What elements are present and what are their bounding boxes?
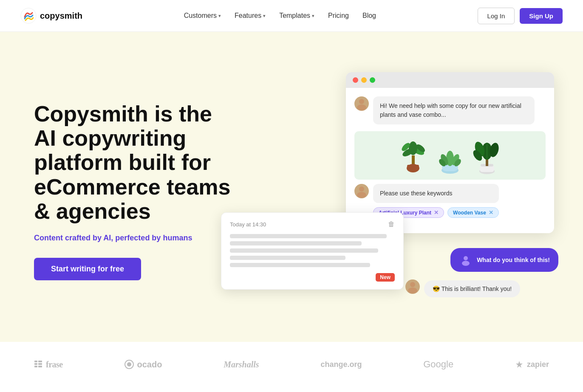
logo-link[interactable]: copysmith [20, 8, 82, 24]
avatar [354, 96, 369, 111]
avatar [354, 184, 369, 198]
window-bar [346, 72, 554, 88]
keyword-tag-2: Wooden Vase ✕ [447, 207, 499, 218]
svg-point-31 [410, 282, 415, 287]
delete-icon[interactable]: 🗑 [388, 220, 395, 228]
window-dot-red [353, 77, 358, 83]
hero-subtitle: Content crafted by AI, perfected by huma… [34, 234, 238, 243]
chat-bubble-text: Hi! We need help with some copy for our … [373, 96, 535, 124]
svg-rect-5 [407, 165, 419, 169]
text-line [230, 256, 345, 260]
zapier-icon [515, 360, 524, 369]
svg-point-27 [359, 186, 364, 192]
plant-image-1 [397, 136, 429, 175]
nav-blog[interactable]: Blog [362, 12, 376, 20]
window-dot-yellow [361, 77, 367, 83]
avatar [405, 279, 420, 294]
svg-point-29 [464, 256, 468, 260]
svg-rect-38 [38, 366, 42, 367]
window-dot-green [370, 77, 375, 83]
text-line [230, 234, 387, 238]
nav-customers[interactable]: Customers ▾ [184, 12, 221, 20]
text-line [230, 248, 378, 253]
remove-keyword-icon[interactable]: ✕ [434, 209, 439, 216]
hero-right: Hi! We need help with some copy for our … [238, 68, 563, 314]
hero-title: Copysmith is the AI copywriting platform… [34, 102, 238, 223]
logo-changeorg: change.org [320, 360, 362, 369]
svg-point-1 [359, 99, 364, 104]
svg-point-28 [357, 192, 366, 198]
ocado-icon [125, 360, 134, 369]
plant-image-3 [471, 136, 503, 175]
result-header: Today at 14:30 🗑 [230, 220, 395, 228]
nav-actions: Log In Sign Up [478, 8, 563, 24]
svg-rect-33 [34, 361, 37, 362]
frase-grid-icon [34, 360, 42, 369]
svg-rect-36 [38, 361, 42, 362]
nav-features[interactable]: Features ▾ [235, 12, 266, 20]
nav-pricing[interactable]: Pricing [328, 12, 349, 20]
gray-message-row: 😎 This is brilliant! Thank you! [405, 276, 558, 297]
svg-point-32 [408, 288, 417, 293]
logo-ocado: ocado [125, 360, 162, 369]
logos-section: frase ocado Marshalls change.org Google … [0, 342, 583, 387]
svg-rect-37 [38, 363, 42, 365]
text-line [230, 241, 362, 245]
plant-images [354, 131, 546, 180]
bottom-messages: What do you think of this! 😎 This is bri… [397, 248, 558, 297]
chat-window: Hi! We need help with some copy for our … [346, 72, 554, 233]
logo-marshalls: Marshalls [224, 360, 259, 369]
chat-message-1: Hi! We need help with some copy for our … [354, 96, 546, 124]
hero-left: Copysmith is the AI copywriting platform… [34, 102, 238, 280]
nav-links: Customers ▾ Features ▾ Templates ▾ Prici… [184, 12, 376, 20]
cta-button[interactable]: Start writing for free [34, 258, 141, 280]
svg-point-2 [357, 104, 366, 110]
logo-zapier: zapier [515, 360, 549, 369]
remove-keyword-icon[interactable]: ✕ [489, 209, 493, 216]
logo-google: Google [423, 359, 453, 370]
result-card: Today at 14:30 🗑 New [221, 212, 404, 290]
logo-text: copysmith [40, 11, 82, 21]
plant-image-2 [434, 136, 466, 175]
logo-frase: frase [34, 360, 63, 369]
chevron-down-icon: ▾ [312, 13, 314, 19]
svg-rect-34 [34, 363, 37, 365]
chevron-down-icon: ▾ [218, 13, 221, 19]
svg-point-40 [127, 362, 131, 367]
nav-templates[interactable]: Templates ▾ [279, 12, 314, 20]
blue-message-row: What do you think of this! [397, 248, 558, 272]
hero-section: Copysmith is the AI copywriting platform… [0, 32, 583, 342]
svg-rect-35 [34, 366, 37, 367]
chat-bubble-gray: 😎 This is brilliant! Thank you! [424, 280, 520, 297]
login-button[interactable]: Log In [478, 8, 515, 24]
svg-point-30 [462, 261, 470, 266]
text-line [230, 263, 370, 267]
avatar [459, 253, 473, 267]
signup-button[interactable]: Sign Up [520, 8, 563, 24]
svg-point-8 [409, 141, 417, 155]
chat-body: Hi! We need help with some copy for our … [346, 88, 554, 233]
navigation: copysmith Customers ▾ Features ▾ Templat… [0, 0, 583, 32]
chevron-down-icon: ▾ [263, 13, 266, 19]
chat-bubble-blue: What do you think of this! [450, 248, 558, 272]
new-badge: New [376, 273, 395, 282]
result-text-lines [230, 234, 395, 267]
logo-icon [20, 8, 37, 24]
